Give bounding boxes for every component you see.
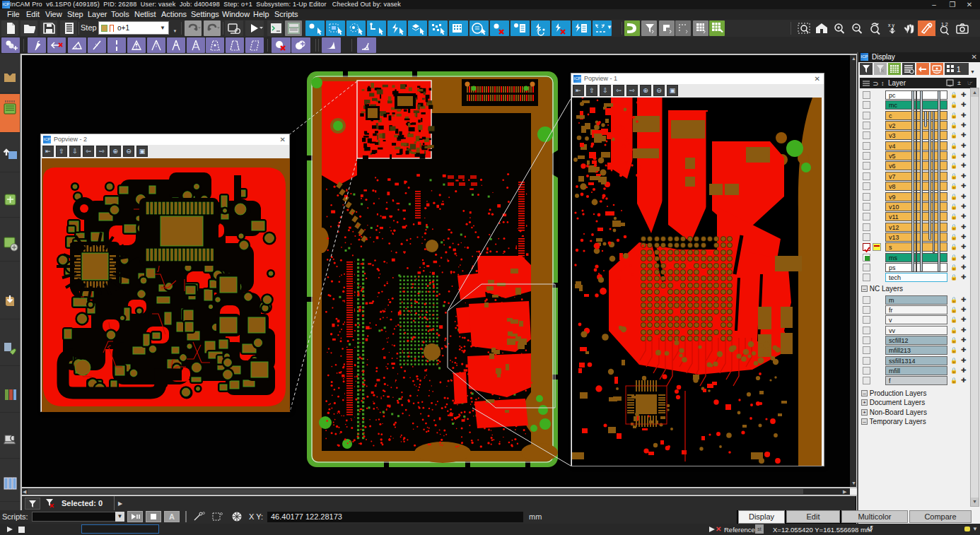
svg-text:1: 1: [957, 66, 961, 74]
svg-text:x y: x y: [888, 23, 894, 28]
svg-text:▼: ▼: [607, 24, 612, 30]
